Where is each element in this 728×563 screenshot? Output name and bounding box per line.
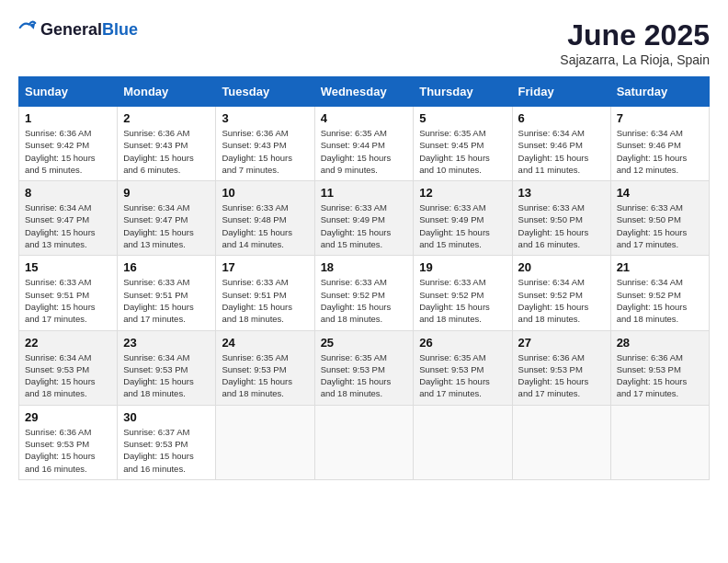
calendar-cell: 11Sunrise: 6:33 AMSunset: 9:49 PMDayligh… (314, 181, 414, 256)
calendar-header-monday: Monday (118, 77, 216, 107)
calendar-cell (512, 405, 610, 479)
day-number: 7 (617, 111, 703, 125)
calendar-week-3: 15Sunrise: 6:33 AMSunset: 9:51 PMDayligh… (19, 256, 710, 330)
day-info: Sunrise: 6:33 AMSunset: 9:51 PMDaylight:… (123, 276, 210, 325)
day-info: Sunrise: 6:35 AMSunset: 9:45 PMDaylight:… (419, 127, 506, 176)
day-number: 23 (123, 336, 210, 350)
day-number: 16 (123, 260, 210, 274)
day-number: 21 (617, 260, 703, 274)
calendar-cell: 30Sunrise: 6:37 AMSunset: 9:53 PMDayligh… (118, 405, 216, 479)
day-info: Sunrise: 6:34 AMSunset: 9:47 PMDaylight:… (123, 201, 210, 250)
day-info: Sunrise: 6:36 AMSunset: 9:53 PMDaylight:… (617, 351, 703, 400)
day-info: Sunrise: 6:33 AMSunset: 9:51 PMDaylight:… (222, 276, 308, 325)
day-number: 17 (222, 260, 308, 274)
day-info: Sunrise: 6:33 AMSunset: 9:48 PMDaylight:… (222, 201, 308, 250)
logo-mark (18, 18, 37, 40)
calendar-header-row: SundayMondayTuesdayWednesdayThursdayFrid… (19, 77, 710, 107)
calendar-header-thursday: Thursday (414, 77, 512, 107)
day-info: Sunrise: 6:33 AMSunset: 9:52 PMDaylight:… (321, 276, 408, 325)
day-number: 30 (123, 410, 210, 424)
day-number: 3 (222, 111, 308, 125)
day-info: Sunrise: 6:35 AMSunset: 9:53 PMDaylight:… (222, 351, 308, 400)
day-info: Sunrise: 6:34 AMSunset: 9:46 PMDaylight:… (617, 127, 703, 176)
day-info: Sunrise: 6:34 AMSunset: 9:47 PMDaylight:… (25, 201, 111, 250)
day-info: Sunrise: 6:34 AMSunset: 9:53 PMDaylight:… (25, 351, 111, 400)
calendar-cell: 12Sunrise: 6:33 AMSunset: 9:49 PMDayligh… (414, 181, 512, 256)
logo: GeneralBlue (18, 18, 138, 40)
calendar-cell: 23Sunrise: 6:34 AMSunset: 9:53 PMDayligh… (118, 330, 216, 405)
day-number: 20 (518, 260, 605, 274)
calendar-table: SundayMondayTuesdayWednesdayThursdayFrid… (18, 76, 710, 480)
calendar-header-friday: Friday (512, 77, 610, 107)
calendar-cell: 26Sunrise: 6:35 AMSunset: 9:53 PMDayligh… (414, 330, 512, 405)
page-title: June 2025 (560, 18, 710, 52)
calendar-cell: 9Sunrise: 6:34 AMSunset: 9:47 PMDaylight… (118, 181, 216, 256)
logo-text: GeneralBlue (40, 20, 138, 40)
day-info: Sunrise: 6:34 AMSunset: 9:52 PMDaylight:… (518, 276, 605, 325)
day-number: 24 (222, 336, 308, 350)
day-info: Sunrise: 6:37 AMSunset: 9:53 PMDaylight:… (123, 426, 210, 475)
calendar-cell: 18Sunrise: 6:33 AMSunset: 9:52 PMDayligh… (314, 256, 414, 330)
calendar-cell: 15Sunrise: 6:33 AMSunset: 9:51 PMDayligh… (19, 256, 118, 330)
calendar-cell: 7Sunrise: 6:34 AMSunset: 9:46 PMDaylight… (610, 107, 709, 181)
day-info: Sunrise: 6:34 AMSunset: 9:46 PMDaylight:… (518, 127, 605, 176)
day-info: Sunrise: 6:35 AMSunset: 9:53 PMDaylight:… (321, 351, 408, 400)
day-number: 28 (617, 336, 703, 350)
calendar-header-wednesday: Wednesday (314, 77, 414, 107)
calendar-cell: 14Sunrise: 6:33 AMSunset: 9:50 PMDayligh… (610, 181, 709, 256)
day-number: 19 (419, 260, 506, 274)
calendar-cell: 22Sunrise: 6:34 AMSunset: 9:53 PMDayligh… (19, 330, 118, 405)
day-number: 1 (25, 111, 111, 125)
day-info: Sunrise: 6:36 AMSunset: 9:53 PMDaylight:… (518, 351, 605, 400)
calendar-header-tuesday: Tuesday (216, 77, 314, 107)
day-info: Sunrise: 6:33 AMSunset: 9:49 PMDaylight:… (419, 201, 506, 250)
day-number: 18 (321, 260, 408, 274)
day-info: Sunrise: 6:34 AMSunset: 9:53 PMDaylight:… (123, 351, 210, 400)
calendar-cell (414, 405, 512, 479)
day-number: 12 (419, 186, 506, 200)
calendar-cell: 1Sunrise: 6:36 AMSunset: 9:42 PMDaylight… (19, 107, 118, 181)
day-info: Sunrise: 6:33 AMSunset: 9:50 PMDaylight:… (518, 201, 605, 250)
calendar-cell (610, 405, 709, 479)
day-number: 25 (321, 336, 408, 350)
calendar-cell: 19Sunrise: 6:33 AMSunset: 9:52 PMDayligh… (414, 256, 512, 330)
day-number: 14 (617, 186, 703, 200)
calendar-week-1: 1Sunrise: 6:36 AMSunset: 9:42 PMDaylight… (19, 107, 710, 181)
day-info: Sunrise: 6:33 AMSunset: 9:51 PMDaylight:… (25, 276, 111, 325)
calendar-cell: 27Sunrise: 6:36 AMSunset: 9:53 PMDayligh… (512, 330, 610, 405)
logo-general: General (40, 20, 102, 39)
day-number: 26 (419, 336, 506, 350)
day-number: 8 (25, 186, 111, 200)
day-number: 29 (25, 410, 111, 424)
calendar-week-2: 8Sunrise: 6:34 AMSunset: 9:47 PMDaylight… (19, 181, 710, 256)
calendar-week-5: 29Sunrise: 6:36 AMSunset: 9:53 PMDayligh… (19, 405, 710, 479)
day-number: 15 (25, 260, 111, 274)
calendar-cell: 21Sunrise: 6:34 AMSunset: 9:52 PMDayligh… (610, 256, 709, 330)
calendar-cell: 17Sunrise: 6:33 AMSunset: 9:51 PMDayligh… (216, 256, 314, 330)
calendar-cell: 13Sunrise: 6:33 AMSunset: 9:50 PMDayligh… (512, 181, 610, 256)
day-info: Sunrise: 6:36 AMSunset: 9:43 PMDaylight:… (222, 127, 308, 176)
day-info: Sunrise: 6:35 AMSunset: 9:44 PMDaylight:… (321, 127, 408, 176)
calendar-cell: 5Sunrise: 6:35 AMSunset: 9:45 PMDaylight… (414, 107, 512, 181)
day-info: Sunrise: 6:35 AMSunset: 9:53 PMDaylight:… (419, 351, 506, 400)
calendar-cell: 24Sunrise: 6:35 AMSunset: 9:53 PMDayligh… (216, 330, 314, 405)
day-info: Sunrise: 6:36 AMSunset: 9:43 PMDaylight:… (123, 127, 210, 176)
day-number: 2 (123, 111, 210, 125)
calendar-cell: 3Sunrise: 6:36 AMSunset: 9:43 PMDaylight… (216, 107, 314, 181)
calendar-cell: 6Sunrise: 6:34 AMSunset: 9:46 PMDaylight… (512, 107, 610, 181)
page-subtitle: Sajazarra, La Rioja, Spain (560, 52, 710, 67)
calendar-cell: 2Sunrise: 6:36 AMSunset: 9:43 PMDaylight… (118, 107, 216, 181)
day-number: 4 (321, 111, 408, 125)
title-area: June 2025 Sajazarra, La Rioja, Spain (560, 18, 710, 67)
logo-blue: Blue (102, 20, 138, 39)
calendar-cell (314, 405, 414, 479)
calendar-cell: 16Sunrise: 6:33 AMSunset: 9:51 PMDayligh… (118, 256, 216, 330)
day-number: 11 (321, 186, 408, 200)
calendar-cell: 29Sunrise: 6:36 AMSunset: 9:53 PMDayligh… (19, 405, 118, 479)
day-info: Sunrise: 6:36 AMSunset: 9:53 PMDaylight:… (25, 426, 111, 475)
calendar-week-4: 22Sunrise: 6:34 AMSunset: 9:53 PMDayligh… (19, 330, 710, 405)
day-info: Sunrise: 6:36 AMSunset: 9:42 PMDaylight:… (25, 127, 111, 176)
day-info: Sunrise: 6:33 AMSunset: 9:52 PMDaylight:… (419, 276, 506, 325)
calendar-header-sunday: Sunday (19, 77, 118, 107)
header: GeneralBlue June 2025 Sajazarra, La Rioj… (18, 18, 710, 67)
